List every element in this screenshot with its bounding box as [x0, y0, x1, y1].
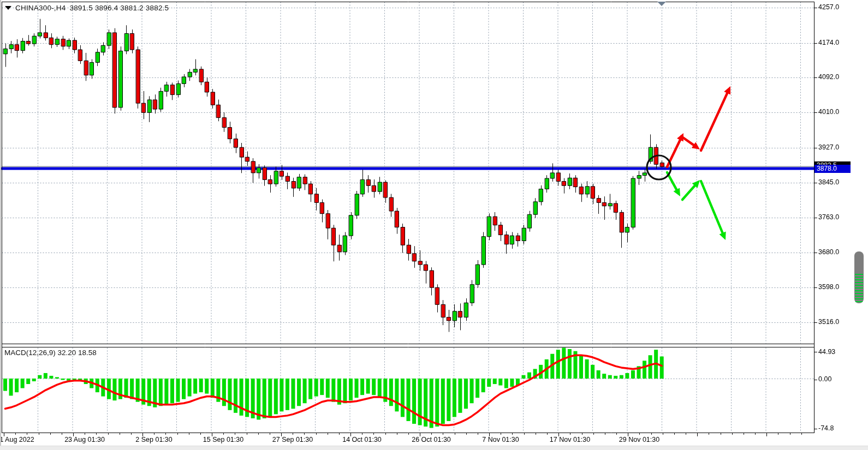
price-tick-label: 3927.0: [818, 143, 839, 151]
chart-window: CHINA300-,H4 3891.5 3896.4 3881.2 3882.5…: [0, 0, 868, 450]
price-tick-label: 3516.0: [818, 318, 839, 326]
date-tick-label: 26 Oct 01:30: [412, 436, 451, 443]
price-tick-label: 3763.0: [818, 213, 839, 221]
price-tick-label: 4174.0: [818, 39, 839, 46]
chart-canvas[interactable]: [0, 0, 868, 450]
panel-divider[interactable]: [2, 344, 814, 347]
price-tick-label: 4257.0: [818, 3, 839, 11]
date-tick-label: 14 Oct 01:30: [342, 436, 382, 443]
date-tick-label: 27 Sep 01:30: [272, 436, 313, 443]
symbol-dropdown-icon[interactable]: [5, 6, 11, 10]
price-tick-label: 3680.0: [818, 248, 839, 256]
date-tick-label: 11 Aug 2022: [0, 436, 34, 443]
chart-title-bar: CHINA300-,H4 3891.5 3896.4 3881.2 3882.5: [5, 4, 169, 12]
date-tick-label: 7 Nov 01:30: [482, 436, 519, 443]
date-tick-label: 2 Sep 01:30: [135, 436, 172, 443]
date-tick-label: 15 Sep 01:30: [203, 436, 243, 443]
price-tick-label: 3845.0: [818, 178, 839, 186]
date-tick-label: 23 Aug 01:30: [64, 436, 105, 443]
price-axis[interactable]: 4257.04174.04092.04010.03927.03845.03763…: [814, 0, 868, 433]
date-tick-label: 29 Nov 01:30: [619, 436, 659, 443]
price-tick-label: 4010.0: [818, 108, 839, 116]
symbol-period-label: CHINA300-,H4: [15, 4, 66, 12]
date-tick-label: 17 Nov 01:30: [550, 436, 590, 443]
price-tick-label: 4092.0: [818, 73, 839, 81]
ohlc-values-label: 3891.5 3896.4 3881.2 3882.5: [69, 4, 169, 12]
time-axis[interactable]: 11 Aug 202223 Aug 01:302 Sep 01:3015 Sep…: [0, 433, 814, 446]
price-tick-label: 3598.0: [818, 283, 839, 291]
